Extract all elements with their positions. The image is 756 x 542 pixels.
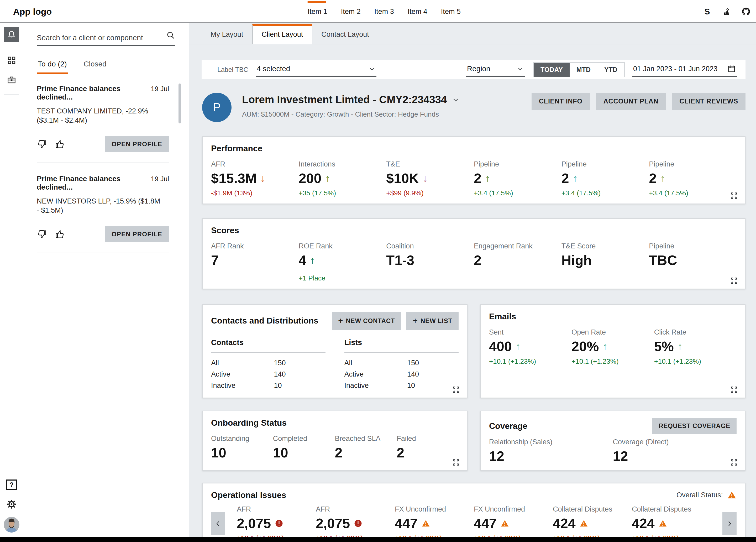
region-select[interactable]: Region — [466, 62, 525, 77]
notifications-bell-icon[interactable] — [4, 27, 19, 42]
table-row: Active140 — [344, 369, 459, 380]
metric-failed: Failed 2 — [397, 435, 459, 460]
trend-down-icon: ↓ — [260, 173, 265, 184]
alert-card: Prime Finance balances declined... 19 Ju… — [37, 82, 169, 163]
nav-item-2[interactable]: Item 2 — [341, 0, 361, 23]
trend-up-icon: ↑ — [660, 173, 665, 184]
help-icon[interactable] — [6, 480, 17, 490]
metric-te: T&E $10K↓ +$99 (9.9%) — [386, 160, 474, 197]
metric-coverage-direct: Coverage (Direct) 12 — [613, 438, 737, 464]
nav-item-3[interactable]: Item 3 — [374, 0, 394, 23]
sidebar-tabs: To do (2) Closed — [37, 60, 175, 74]
error-icon — [354, 519, 363, 528]
client-info-button[interactable]: CLIENT INFO — [532, 93, 590, 110]
contacts-distributions-card: Contacts and Distributions NEW CONTACT N… — [202, 304, 468, 398]
rail-bottom-group — [0, 480, 23, 533]
emails-card: Emails Sent 400↑ +10.1 (+1.23%) Open Rat… — [480, 304, 745, 398]
expand-icon[interactable] — [730, 386, 738, 394]
lists-group: Lists All150 Active140 Inactive10 — [344, 338, 459, 391]
metric-outstanding: Outstanding 10 — [211, 435, 273, 460]
header-icon-group: S — [702, 0, 753, 23]
open-profile-button[interactable]: OPEN PROFILE — [105, 136, 169, 152]
metric-pipeline: Pipeline 2↑ +3.4 (17.5%) — [561, 160, 649, 197]
new-contact-button[interactable]: NEW CONTACT — [332, 312, 401, 330]
period-today[interactable]: TODAY — [534, 63, 570, 77]
client-reviews-button[interactable]: CLIENT REVIEWS — [672, 93, 745, 110]
apps-grid-icon[interactable] — [4, 53, 19, 68]
period-mtd[interactable]: MTD — [570, 63, 597, 77]
tab-my-layout[interactable]: My Layout — [202, 24, 252, 44]
search-input[interactable] — [37, 34, 166, 42]
metric-afr-issues: AFR 2,075 +10.1 (+1.23%) — [316, 505, 395, 542]
metric-afr: AFR $15.3M↓ -$1.9M (13%) — [211, 160, 299, 197]
card-title: Emails — [489, 312, 737, 322]
thumbs-down-icon[interactable] — [37, 229, 47, 239]
thumbs-up-icon[interactable] — [55, 229, 65, 239]
chevron-down-icon — [369, 65, 375, 72]
period-ytd[interactable]: YTD — [597, 63, 624, 77]
nav-item-4[interactable]: Item 4 — [408, 0, 427, 23]
scores-card: Scores AFR Rank 7 ROE Rank 4↑ +1 Place C… — [202, 218, 745, 289]
nav-item-1[interactable]: Item 1 — [308, 0, 327, 23]
expand-icon[interactable] — [730, 458, 738, 467]
card-title: Performance — [211, 144, 737, 153]
tab-contact-layout[interactable]: Contact Layout — [312, 24, 378, 44]
thumbs-down-icon[interactable] — [37, 139, 47, 149]
briefcase-icon[interactable] — [4, 72, 19, 87]
tab-closed[interactable]: Closed — [83, 60, 108, 74]
plus-icon — [413, 316, 418, 326]
metric-click-rate: Click Rate 5%↑ +10.1 (+1.23%) — [654, 328, 737, 365]
alert-title: Prime Finance balances declined... — [37, 85, 147, 101]
label-multiselect[interactable]: 4 selected — [256, 62, 376, 77]
open-profile-button[interactable]: OPEN PROFILE — [105, 226, 169, 242]
table-row: All150 — [344, 358, 459, 369]
date-range-picker[interactable]: 01 Jan 2023 - 01 Jun 2023 — [632, 62, 737, 77]
nav-item-5[interactable]: Item 5 — [441, 0, 461, 23]
trend-up-icon: ↑ — [310, 255, 315, 266]
performance-card: Performance AFR $15.3M↓ -$1.9M (13%) Int… — [202, 136, 745, 204]
s-brand-icon[interactable]: S — [702, 7, 712, 16]
top-header: App logo Item 1 Item 2 Item 3 Item 4 Ite… — [0, 0, 756, 23]
expand-icon[interactable] — [452, 386, 460, 394]
filter-bar: Label TBC 4 selected Region TODAY MTD YT… — [202, 60, 745, 79]
thumbs-up-icon[interactable] — [55, 139, 65, 149]
account-plan-button[interactable]: ACCOUNT PLAN — [596, 93, 666, 110]
search-box — [37, 30, 175, 46]
request-coverage-button[interactable]: REQUEST COVERAGE — [652, 418, 737, 434]
warning-icon — [421, 519, 430, 528]
rail-divider — [4, 94, 19, 94]
bottom-bar — [0, 537, 756, 542]
alert-date: 19 Jul — [151, 85, 169, 93]
app-window: App logo Item 1 Item 2 Item 3 Item 4 Ite… — [0, 0, 756, 542]
trend-up-icon: ↑ — [325, 173, 330, 184]
carousel-prev-button[interactable] — [211, 512, 225, 535]
metric-pipeline: Pipeline 2↑ +3.4 (17.5%) — [474, 160, 561, 197]
client-avatar: P — [202, 93, 232, 122]
settings-gear-icon[interactable] — [6, 498, 17, 510]
metric-pipeline-score: Pipeline TBC — [649, 242, 737, 282]
expand-icon[interactable] — [452, 458, 460, 467]
alert-divider — [37, 162, 169, 163]
search-icon[interactable] — [166, 30, 175, 42]
metric-collateral-disputes: Collateral Disputes 424 +10.1 (+1.23%) — [632, 505, 711, 542]
expand-icon[interactable] — [730, 277, 738, 285]
github-icon[interactable] — [741, 7, 751, 16]
icon-rail — [0, 23, 23, 542]
carousel-next-button[interactable] — [722, 512, 737, 535]
sidebar-scrollbar[interactable] — [179, 83, 181, 123]
warning-icon — [727, 490, 737, 500]
operational-issues-card: Operational Issues Overall Status: AFR 2… — [202, 483, 745, 542]
user-avatar[interactable] — [4, 517, 19, 533]
stackoverflow-icon[interactable] — [722, 7, 731, 16]
chevron-down-icon — [452, 96, 459, 103]
expand-icon[interactable] — [730, 191, 738, 200]
metric-relationship-sales: Relationship (Sales) 12 — [489, 438, 613, 464]
tab-client-layout[interactable]: Client Layout — [252, 24, 313, 44]
metric-afr-issues: AFR 2,075 +10.1 (+1.23%) — [237, 505, 316, 542]
client-header: P Lorem Investment Limted - CMY2:234334 … — [202, 93, 745, 122]
plus-icon — [338, 316, 343, 326]
new-list-button[interactable]: NEW LIST — [406, 312, 459, 330]
metric-breached-sla: Breached SLA 2 — [335, 435, 397, 460]
alert-date: 19 Jul — [151, 175, 169, 183]
tab-todo[interactable]: To do (2) — [37, 60, 68, 74]
